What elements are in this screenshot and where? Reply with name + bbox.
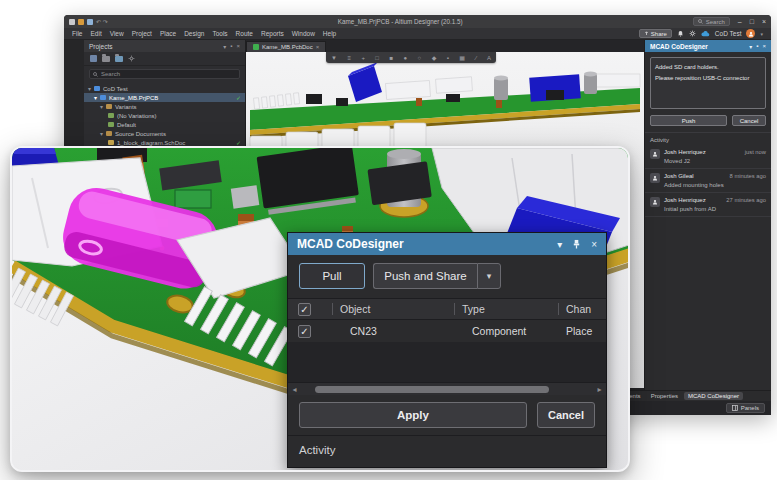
layers-icon[interactable]: ≡ [347, 55, 351, 61]
table-empty-area [288, 342, 606, 382]
chevron-down-icon[interactable]: ▾ [760, 31, 763, 37]
cloud-icon[interactable] [701, 31, 710, 37]
app-icons[interactable]: ↶ ↷ [69, 18, 108, 25]
bell-icon[interactable] [677, 30, 684, 37]
row-checkbox[interactable]: ✓ [298, 325, 311, 338]
tree-item[interactable]: (No Variations) [84, 111, 245, 120]
panel-pin-icon[interactable]: ▪ [230, 43, 232, 50]
tree-item[interactable]: Default [84, 120, 245, 129]
scroll-left-icon[interactable]: ◂ [288, 385, 301, 394]
person-icon [652, 199, 658, 205]
user-avatar [650, 173, 660, 183]
undo-redo-icon[interactable]: ↶ ↷ [96, 18, 108, 25]
mcad-codesigner-dialog: MCAD CoDesigner ▾ × Pull Push and Share … [287, 232, 607, 468]
save-project-icon[interactable] [90, 55, 97, 62]
panel-dropdown-icon[interactable]: ▾ [749, 43, 752, 50]
close-button[interactable]: × [762, 18, 766, 25]
maximize-button[interactable]: □ [750, 18, 754, 25]
column-change[interactable]: Chan [566, 299, 591, 319]
panel-pin-icon[interactable]: ▪ [756, 43, 758, 50]
push-share-dropdown[interactable]: ▾ [477, 263, 501, 289]
text-icon[interactable]: A [487, 55, 491, 61]
pull-button[interactable]: Pull [299, 263, 365, 289]
activity-item[interactable]: Josh Gileal8 minutes ago Added mounting … [645, 169, 771, 193]
tab-close-icon[interactable]: × [316, 44, 320, 50]
folder-icon[interactable] [102, 56, 110, 62]
cancel-button[interactable]: Cancel [537, 402, 595, 428]
activity-action: Added mounting holes [664, 182, 766, 188]
horizontal-scrollbar[interactable]: ◂ ▸ [288, 382, 606, 395]
select-all-checkbox[interactable]: ✓ [298, 303, 311, 316]
menu-view[interactable]: View [106, 30, 128, 37]
pad-icon[interactable]: ● [404, 55, 408, 61]
save-icon[interactable] [78, 19, 84, 25]
scroll-right-icon[interactable]: ▸ [593, 385, 606, 394]
panel-close-icon[interactable]: × [236, 43, 240, 50]
avatar[interactable] [746, 29, 755, 38]
settings-gear-icon[interactable] [128, 55, 135, 62]
projects-search-input[interactable]: Search [89, 69, 240, 79]
panel-dropdown-icon[interactable]: ▾ [223, 43, 226, 50]
app-icon[interactable] [69, 19, 75, 25]
dialog-dropdown-icon[interactable]: ▾ [557, 239, 562, 250]
workspace-name[interactable]: CoD Test [715, 30, 742, 37]
tree-item[interactable]: ▾CoD Test [84, 84, 245, 93]
route-icon[interactable]: ◆ [432, 54, 437, 61]
measure-icon[interactable]: ∕ [475, 55, 476, 61]
open-icon[interactable] [87, 19, 93, 25]
polygon-icon[interactable]: ▪ [447, 55, 449, 61]
cancel-button[interactable]: Cancel [732, 115, 766, 126]
push-button[interactable]: Push [650, 115, 727, 126]
pin-icon[interactable] [572, 239, 581, 249]
tree-item-selected[interactable]: ▾Kame_MB.PrjPCB✓ [84, 93, 245, 102]
tab-mcad-codesigner[interactable]: MCAD CoDesigner [684, 392, 743, 400]
dialog-close-icon[interactable]: × [591, 239, 597, 250]
activity-item[interactable]: Josh Henriquezjust now Moved J2 [645, 145, 771, 169]
panel-close-icon[interactable]: × [762, 43, 766, 50]
menu-edit[interactable]: Edit [86, 30, 105, 37]
document-tab[interactable]: Kame_MB.PcbDoc × [246, 41, 326, 52]
schematic-doc-icon [108, 140, 114, 145]
cell-object: CN23 [350, 320, 377, 342]
minimize-button[interactable]: – [738, 18, 742, 25]
push-comment-input[interactable]: Added SD card holders. Please reposition… [650, 57, 766, 109]
dialog-buttons: Apply Cancel [288, 395, 606, 435]
select-icon[interactable]: + [361, 55, 365, 61]
tab-properties[interactable]: Properties [647, 392, 682, 400]
titlebar: ↶ ↷ Kame_MB.PrjPCB - Altium Designer (20… [64, 15, 771, 28]
filter-icon[interactable]: ▼ [331, 55, 337, 61]
apply-button[interactable]: Apply [299, 402, 527, 428]
dialog-title: MCAD CoDesigner [297, 237, 404, 251]
menu-design[interactable]: Design [180, 30, 208, 37]
menu-tools[interactable]: Tools [208, 30, 231, 37]
column-object[interactable]: Object [340, 299, 370, 319]
via-icon[interactable]: ○ [418, 55, 422, 61]
menu-window[interactable]: Window [288, 30, 319, 37]
change-row-cn23[interactable]: ✓ CN23 Component Place [288, 320, 606, 342]
panels-button[interactable]: Panels [726, 403, 765, 413]
tree-item[interactable]: ▾Source Documents [84, 129, 245, 138]
dialog-header[interactable]: MCAD CoDesigner ▾ × [288, 233, 606, 255]
global-search-input[interactable]: Search [693, 17, 730, 26]
share-button[interactable]: Share [639, 29, 672, 38]
user-avatar [650, 149, 660, 159]
menu-help[interactable]: Help [319, 30, 340, 37]
menu-place[interactable]: Place [156, 30, 180, 37]
grid-icon[interactable]: ▦ [459, 54, 465, 61]
scrollbar-thumb[interactable] [315, 386, 549, 393]
activity-item[interactable]: Josh Henriquez27 minutes ago Initial pus… [645, 193, 771, 217]
gear-icon[interactable] [689, 30, 696, 37]
menu-project[interactable]: Project [128, 30, 156, 37]
menu-route[interactable]: Route [232, 30, 257, 37]
board-icon[interactable]: □ [375, 55, 379, 61]
activity-time: 27 minutes ago [726, 197, 766, 203]
menu-reports[interactable]: Reports [257, 30, 288, 37]
menu-file[interactable]: File [68, 30, 86, 37]
column-type[interactable]: Type [462, 299, 485, 319]
tree-item[interactable]: ▾Variants [84, 102, 245, 111]
folder-compare-icon[interactable] [115, 56, 123, 62]
variant-icon [108, 113, 114, 118]
push-and-share-button[interactable]: Push and Share ▾ [373, 263, 501, 289]
mcad-panel-title: MCAD CoDesigner [650, 43, 708, 50]
component-icon[interactable]: ■ [389, 55, 393, 61]
